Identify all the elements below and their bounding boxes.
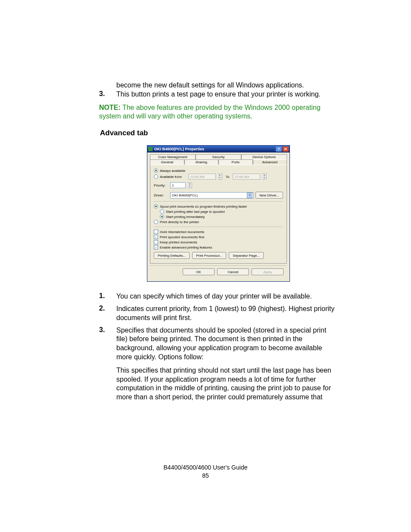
help-button[interactable]: ? <box>276 146 282 152</box>
priority-input[interactable]: 1 <box>170 182 186 188</box>
page-number: 85 <box>0 472 411 480</box>
radio-always-available[interactable] <box>154 168 158 173</box>
dialog-footer-buttons: OK Cancel Apply <box>150 265 287 279</box>
check-label: Keep printed documents <box>160 240 197 244</box>
tab-general[interactable]: General <box>150 159 184 165</box>
intro-continuation: become the new default settings for all … <box>116 81 338 90</box>
check-label: Hold mismatched documents <box>160 230 204 234</box>
list-item: 3. Specifies that documents should be sp… <box>99 326 338 402</box>
tab-color-management[interactable]: Color Management <box>150 154 196 159</box>
radio-available-from[interactable] <box>154 174 158 179</box>
tab-security[interactable]: Security <box>196 154 241 159</box>
radio-label: Available from <box>160 175 187 179</box>
radio-label: Start printing immediately <box>166 215 205 219</box>
tab-sharing[interactable]: Sharing <box>184 159 219 165</box>
tabs-row-front: General Sharing Ports Advanced <box>150 159 287 165</box>
radio-label: Spool print documents so program finishe… <box>160 205 247 208</box>
item-number: 3. <box>99 90 116 99</box>
item-number: 1. <box>99 292 116 301</box>
radio-start-immediately[interactable] <box>160 215 164 219</box>
item-text: You can specify which times of day your … <box>116 292 312 301</box>
separator-page-button[interactable]: Separator Page... <box>229 252 264 259</box>
section-heading: Advanced tab <box>100 129 338 137</box>
spin-control[interactable]: ▲▼ <box>187 182 192 188</box>
spin-control: ▲▼ <box>218 174 222 180</box>
apply-button[interactable]: Apply <box>252 268 283 275</box>
item-text: Specifies that documents should be spool… <box>116 327 326 361</box>
note-block: NOTE: The above features are provided by… <box>99 103 338 121</box>
driver-value: OKI B4600(PCL) <box>172 193 198 197</box>
tab-ports[interactable]: Ports <box>218 159 253 165</box>
ok-button[interactable]: OK <box>183 268 215 275</box>
radio-label: Start printing after last page is spoole… <box>166 210 225 214</box>
print-processor-button[interactable]: Print Processor... <box>192 252 226 259</box>
printing-defaults-button[interactable]: Printing Defaults... <box>154 252 190 259</box>
check-spooled-first[interactable] <box>154 235 158 239</box>
driver-label: Driver: <box>154 193 168 197</box>
driver-select[interactable]: OKI B4600(PCL) ▼ <box>170 192 254 199</box>
list-item: 3. This button prints a test page to ens… <box>99 90 338 99</box>
radio-start-after-last[interactable] <box>160 209 164 214</box>
radio-spool[interactable] <box>154 204 158 208</box>
tabs-row-back: Color Management Security Device Options <box>150 154 287 159</box>
dialog-title: OKI B4600(PCL) Properties <box>154 147 275 151</box>
radio-label: Print directly to the printer <box>160 220 199 224</box>
properties-dialog: OKI B4600(PCL) Properties ? ✕ Color Mana… <box>147 145 290 282</box>
item-number: 3. <box>99 326 116 402</box>
pre-list: 3. This button prints a test page to ens… <box>99 90 338 99</box>
to-label: To <box>226 175 229 179</box>
list-item: 2. Indicates current priority, from 1 (l… <box>99 305 338 323</box>
check-label: Enable advanced printing features <box>160 246 212 249</box>
tab-advanced[interactable]: Advanced <box>253 159 287 165</box>
page-footer: B4400/4500/4600 User's Guide 85 <box>0 464 411 480</box>
chevron-down-icon: ▼ <box>247 193 252 198</box>
check-keep-printed[interactable] <box>154 240 158 244</box>
list-item: 1. You can specify which times of day yo… <box>99 292 338 301</box>
time-to-input: 12:00 AM <box>233 174 260 180</box>
check-enable-advanced[interactable] <box>154 245 158 249</box>
radio-label: Always available <box>160 169 185 173</box>
radio-print-direct[interactable] <box>154 220 158 224</box>
cancel-button[interactable]: Cancel <box>217 268 249 275</box>
note-label: NOTE: <box>99 104 121 111</box>
panel: Always available Available from 12:00 AM… <box>150 165 287 264</box>
tab-device-options[interactable]: Device Options <box>241 154 287 159</box>
item-text: Indicates current priority, from 1 (lowe… <box>116 305 338 323</box>
priority-label: Priority: <box>154 184 168 187</box>
spin-control: ▲▼ <box>262 174 267 180</box>
printer-icon <box>148 147 153 151</box>
check-hold-mismatched[interactable] <box>154 230 158 234</box>
new-driver-button[interactable]: New Driver... <box>255 192 283 199</box>
note-text: The above features are provided by the W… <box>99 104 321 120</box>
footer-title: B4400/4500/4600 User's Guide <box>0 464 411 472</box>
titlebar: OKI B4600(PCL) Properties ? ✕ <box>147 146 290 152</box>
close-button[interactable]: ✕ <box>283 146 289 152</box>
item-number: 2. <box>99 305 116 323</box>
check-label: Print spooled documents first <box>160 235 204 239</box>
dialog-screenshot: OKI B4600(PCL) Properties ? ✕ Color Mana… <box>99 145 338 282</box>
item-text: This button prints a test page to ensure… <box>116 90 321 99</box>
time-from-input: 12:00 AM <box>188 174 216 180</box>
item-extra: This specifies that printing should not … <box>116 366 338 402</box>
main-list: 1. You can specify which times of day yo… <box>99 292 338 402</box>
